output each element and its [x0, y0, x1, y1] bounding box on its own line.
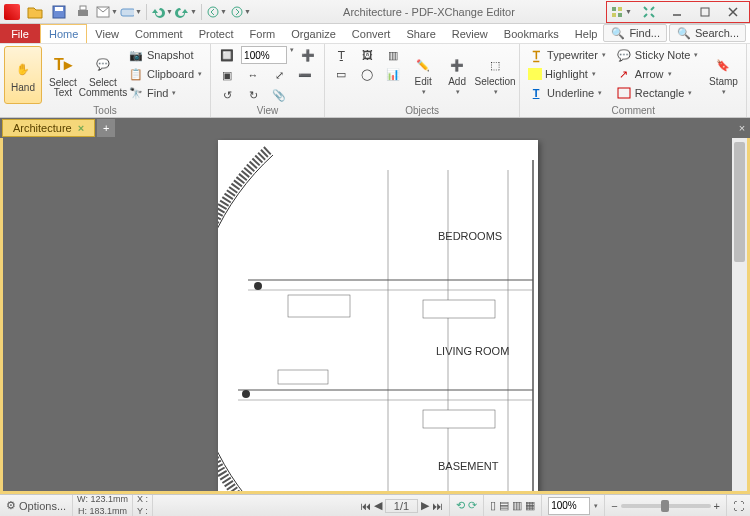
underline-button[interactable]: TUnderline▾ [524, 84, 610, 102]
find-tool-button[interactable]: 🔭Find▾ [124, 84, 206, 102]
print-icon[interactable] [72, 2, 94, 22]
tab-convert[interactable]: Convert [344, 24, 399, 43]
barcode-icon: ▥ [385, 47, 401, 63]
edit-button[interactable]: ✏️ Edit▾ [407, 46, 439, 104]
status-zoom-input[interactable] [548, 497, 590, 515]
tab-organize[interactable]: Organize [283, 24, 344, 43]
forward-icon[interactable]: ⟳ [468, 499, 477, 512]
select-text-button[interactable]: T▸ Select Text [44, 46, 82, 104]
two-continuous-icon[interactable]: ▦ [525, 499, 535, 512]
prev-page-icon[interactable]: ◀ [374, 499, 382, 512]
first-page-icon[interactable]: ⏮ [360, 500, 371, 512]
maximize-button[interactable] [691, 2, 719, 22]
fit-page-button[interactable]: ▣ [215, 66, 239, 84]
ui-options-icon[interactable] [635, 2, 663, 22]
nav-next-icon[interactable]: ▼ [230, 2, 252, 22]
add-tab-button[interactable]: + [97, 119, 115, 137]
edit-form-button[interactable]: ▭ [329, 65, 353, 83]
fit-visible-button[interactable]: ⤢ [267, 66, 291, 84]
zoom-actual-icon: 🔲 [219, 47, 235, 63]
document-tab[interactable]: Architecture× [2, 119, 95, 137]
rotate-ccw-button[interactable]: ↺ [215, 86, 239, 104]
nav-history: ⟲ ⟳ [450, 495, 484, 516]
hand-tool-button[interactable]: ✋ Hand [4, 46, 42, 104]
single-page-icon[interactable]: ▯ [490, 499, 496, 512]
tab-share[interactable]: Share [398, 24, 443, 43]
tab-comment[interactable]: Comment [127, 24, 191, 43]
tab-help[interactable]: Help [567, 24, 606, 43]
fit-width-button[interactable]: ↔ [241, 66, 265, 84]
zoom-in-status-icon[interactable]: + [714, 500, 720, 512]
page-indicator[interactable]: 1/1 [385, 499, 418, 513]
continuous-icon[interactable]: ▤ [499, 499, 509, 512]
edit-shape-button[interactable]: ◯ [355, 65, 379, 83]
arrow-button[interactable]: ↗Arrow▾ [612, 65, 703, 83]
close-tab-icon[interactable]: × [78, 122, 84, 134]
document-viewport[interactable]: BEDROOMS LIVING ROOM BASEMENT [0, 138, 750, 494]
edit-chart-button[interactable]: 📊 [381, 65, 405, 83]
tab-form[interactable]: Form [242, 24, 284, 43]
close-button[interactable] [719, 2, 747, 22]
scan-icon[interactable]: ▼ [120, 2, 142, 22]
select-comments-label: Select Comments [79, 78, 127, 98]
clipboard-button[interactable]: 📋Clipboard▾ [124, 65, 206, 83]
fullscreen-button[interactable]: ⛶ [727, 495, 750, 516]
last-page-icon[interactable]: ⏭ [432, 500, 443, 512]
dimensions-cell: W: 123.1mm H: 183.1mm [73, 495, 133, 516]
undo-icon[interactable]: ▼ [151, 2, 173, 22]
search-button[interactable]: 🔍Search... [669, 24, 746, 42]
nav-prev-icon[interactable]: ▼ [206, 2, 228, 22]
edit-image-button[interactable]: 🖼 [355, 46, 379, 64]
zoom-actual-button[interactable]: 🔲 [215, 46, 239, 64]
zoom-in-icon: ➕ [300, 47, 316, 63]
edit-barcode-button[interactable]: ▥ [381, 46, 405, 64]
zoom-out-status-icon[interactable]: − [611, 500, 617, 512]
snapshot-button[interactable]: 📷Snapshot [124, 46, 206, 64]
rectangle-button[interactable]: Rectangle▾ [612, 84, 703, 102]
add-button[interactable]: ➕ Add▾ [441, 46, 473, 104]
tab-home[interactable]: Home [40, 24, 87, 43]
zoom-slider[interactable] [621, 504, 711, 508]
tab-protect[interactable]: Protect [191, 24, 242, 43]
form-icon: ▭ [333, 66, 349, 82]
highlight-button[interactable]: Highlight▾ [524, 65, 610, 83]
tab-review[interactable]: Review [444, 24, 496, 43]
zoom-input[interactable] [241, 46, 287, 64]
stamp-button[interactable]: 🔖 Stamp▾ [704, 46, 742, 104]
x-readout: X : [137, 495, 148, 504]
minimize-button[interactable] [663, 2, 691, 22]
sticky-note-button[interactable]: 💬Sticky Note▾ [612, 46, 703, 64]
find-icon: 🔍 [610, 25, 626, 41]
scrollbar-thumb[interactable] [734, 142, 745, 262]
save-icon[interactable] [48, 2, 70, 22]
email-icon[interactable]: ▼ [96, 2, 118, 22]
room-label-living: LIVING ROOM [436, 345, 509, 357]
typewriter-button[interactable]: T̲Typewriter▾ [524, 46, 610, 64]
next-page-icon[interactable]: ▶ [421, 499, 429, 512]
select-text-label: Select Text [49, 78, 77, 98]
file-tab[interactable]: File [0, 24, 40, 43]
svg-rect-26 [278, 370, 328, 384]
tab-bookmarks[interactable]: Bookmarks [496, 24, 567, 43]
select-comments-button[interactable]: 💬 Select Comments [84, 46, 122, 104]
rotate-cw-button[interactable]: ↻ [241, 86, 265, 104]
tabbar-close-icon[interactable]: × [734, 122, 750, 134]
redo-icon[interactable]: ▼ [175, 2, 197, 22]
zoom-slider-knob[interactable] [661, 500, 669, 512]
selection-button[interactable]: ⬚ Selection▾ [475, 46, 515, 104]
tab-view[interactable]: View [87, 24, 127, 43]
zoom-out-button[interactable]: ➖ [293, 66, 317, 84]
two-page-icon[interactable]: ▥ [512, 499, 522, 512]
zoom-in-button[interactable]: ➕ [296, 46, 320, 64]
quick-launch-icon[interactable]: ▼ [607, 2, 635, 22]
zoom-readout-cell: ▾ [542, 495, 605, 516]
find-button[interactable]: 🔍Find... [603, 24, 667, 42]
typewriter-icon: T̲ [528, 47, 544, 63]
options-button[interactable]: ⚙Options... [0, 495, 73, 516]
back-icon[interactable]: ⟲ [456, 499, 465, 512]
attach-button[interactable]: 📎 [267, 86, 291, 104]
open-icon[interactable] [24, 2, 46, 22]
vertical-scrollbar[interactable] [732, 138, 747, 491]
svg-point-30 [242, 390, 250, 398]
edit-text-button[interactable]: Ṯ [329, 46, 353, 64]
